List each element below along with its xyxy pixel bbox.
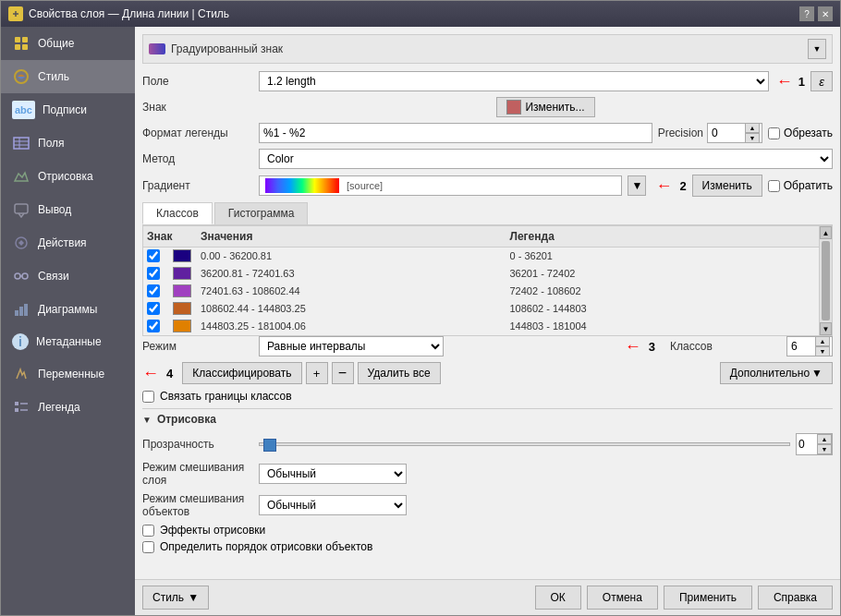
sidebar-item-labels[interactable]: abc Подписи — [1, 93, 135, 127]
classify-row: ← 4 Классифицировать + − Удалить все Доп… — [142, 362, 833, 384]
clip-checkbox[interactable] — [768, 127, 780, 139]
adv-dropdown-icon: ▼ — [811, 367, 823, 380]
sidebar-item-diagrams[interactable]: Диаграммы — [1, 293, 135, 326]
sidebar-label-metadata: Метаданные — [36, 335, 102, 348]
tab-histogram[interactable]: Гистограмма — [214, 202, 308, 224]
annotation-arrow-1: ← — [776, 72, 793, 91]
field-select[interactable]: 1.2 length — [259, 71, 769, 91]
window-title: Свойства слоя — Длина линии | Стиль — [29, 7, 229, 20]
bottom-right: ОК Отмена Применить Справка — [535, 586, 833, 610]
ok-button[interactable]: ОК — [535, 586, 581, 610]
sidebar-item-joins[interactable]: Связи — [1, 260, 135, 293]
sidebar-label-joins: Связи — [38, 270, 69, 283]
transparency-input[interactable] — [797, 434, 817, 454]
mode-label: Режим — [142, 340, 253, 353]
row-values-2: 36200.81 - 72401.63 — [201, 268, 506, 279]
apply-button[interactable]: Применить — [664, 586, 752, 610]
delete-all-button[interactable]: Удалить все — [358, 362, 441, 384]
sidebar-item-style[interactable]: Стиль — [1, 60, 135, 93]
variables-icon — [12, 365, 30, 383]
scrollbar-thumb[interactable] — [822, 241, 830, 320]
legend-icon — [12, 398, 30, 417]
invert-label: Обратить — [784, 179, 833, 192]
gradient-dropdown-btn[interactable]: ▼ — [628, 175, 646, 196]
change-gradient-button[interactable]: Изменить — [692, 175, 762, 197]
sidebar-item-rendering[interactable]: Отрисовка — [1, 160, 135, 193]
sidebar-label-actions: Действия — [38, 236, 87, 249]
title-bar-left: Свойства слоя — Длина линии | Стиль — [8, 6, 229, 21]
graduated-label: Градуированный знак — [171, 42, 802, 55]
transparency-down-btn[interactable]: ▼ — [817, 444, 832, 454]
graduated-dropdown-arrow[interactable]: ▼ — [808, 39, 826, 59]
sidebar-item-metadata[interactable]: i Метаданные — [1, 326, 135, 357]
transparency-thumb — [263, 439, 276, 452]
mode-select[interactable]: Равные интервалы — [259, 336, 444, 356]
transparency-row: Прозрачность ▲ ▼ — [142, 433, 833, 455]
annotation-num-2: 2 — [679, 179, 686, 193]
invert-checkbox[interactable] — [768, 180, 780, 192]
svg-rect-8 — [14, 138, 29, 149]
scrollbar-up-btn[interactable]: ▲ — [820, 226, 832, 239]
row-checkbox-3[interactable] — [147, 284, 160, 297]
title-buttons: ? ✕ — [799, 6, 833, 21]
svg-rect-17 — [15, 310, 18, 316]
sidebar-item-general[interactable]: Общие — [1, 27, 135, 60]
sidebar-item-legend[interactable]: Легенда — [1, 391, 135, 424]
table-scrollbar[interactable]: ▲ ▼ — [819, 226, 832, 335]
collapse-arrow[interactable]: ▼ — [142, 415, 152, 425]
classes-input[interactable] — [787, 337, 815, 356]
scrollbar-down-btn[interactable]: ▼ — [820, 322, 832, 335]
effects-checkbox[interactable] — [142, 525, 154, 537]
help-button[interactable]: Справка — [758, 586, 833, 610]
svg-point-14 — [15, 273, 20, 279]
classes-table-main: Знак Значения Легенда 0.00 - 36200.81 — [143, 226, 819, 335]
close-title-btn[interactable]: ✕ — [818, 6, 833, 21]
additional-button[interactable]: Дополнительно ▼ — [720, 362, 833, 384]
precision-input[interactable] — [708, 124, 745, 142]
row-checkbox-2[interactable] — [147, 267, 160, 280]
row-values-1: 0.00 - 36200.81 — [201, 250, 506, 261]
precision-up-btn[interactable]: ▲ — [745, 123, 760, 133]
sidebar-item-fields[interactable]: Поля — [1, 127, 135, 160]
row-checkbox-1[interactable] — [147, 249, 160, 262]
precision-down-btn[interactable]: ▼ — [745, 133, 760, 143]
row-legend-4: 108602 - 144803 — [510, 303, 816, 314]
row-color-5 — [173, 320, 191, 332]
link-classes-checkbox[interactable] — [142, 391, 154, 403]
section-divider — [142, 408, 833, 409]
blend-objects-select[interactable]: Обычный — [259, 495, 407, 515]
epsilon-button[interactable]: ε — [811, 71, 833, 91]
blend-layer-select[interactable]: Обычный — [259, 464, 407, 484]
transparency-up-btn[interactable]: ▲ — [817, 434, 832, 444]
change-sign-button[interactable]: Изменить... — [496, 97, 594, 117]
invert-group: Обратить — [768, 179, 833, 192]
graduated-symbol-row: Градуированный знак ▼ — [142, 34, 833, 64]
sidebar-label-variables: Переменные — [38, 368, 104, 380]
help-title-btn[interactable]: ? — [799, 6, 814, 21]
sidebar-item-actions[interactable]: Действия — [1, 226, 135, 260]
legend-format-input[interactable] — [259, 123, 652, 143]
sidebar-item-output[interactable]: Вывод — [1, 193, 135, 226]
cancel-button[interactable]: Отмена — [587, 586, 658, 610]
panel-content: Градуированный знак ▼ Поле 1.2 length ← … — [135, 27, 840, 579]
add-class-button[interactable]: + — [306, 362, 328, 384]
classes-up-btn[interactable]: ▲ — [815, 336, 830, 346]
row-checkbox-4[interactable] — [147, 302, 160, 315]
row-values-5: 144803.25 - 181004.06 — [201, 320, 506, 332]
joins-icon — [12, 267, 30, 285]
method-select[interactable]: Color — [259, 149, 833, 169]
sidebar-item-variables[interactable]: Переменные — [1, 357, 135, 391]
style-button[interactable]: Стиль ▼ — [142, 586, 209, 610]
rendering-icon — [12, 167, 30, 186]
order-checkbox[interactable] — [142, 541, 154, 553]
field-label: Поле — [142, 75, 253, 88]
transparency-slider[interactable] — [259, 442, 790, 446]
tab-classes[interactable]: Классов — [142, 202, 213, 224]
link-classes-row: Связать границы классов — [142, 390, 833, 403]
remove-class-button[interactable]: − — [332, 362, 354, 384]
classes-down-btn[interactable]: ▼ — [815, 346, 830, 356]
classify-button[interactable]: Классифицировать — [182, 362, 301, 384]
mode-row: Режим Равные интервалы ← 3 Классов ▲ ▼ — [142, 336, 833, 356]
row-checkbox-5[interactable] — [147, 320, 160, 332]
table-row: 144803.25 - 181004.06 144803 - 181004 — [143, 318, 819, 335]
